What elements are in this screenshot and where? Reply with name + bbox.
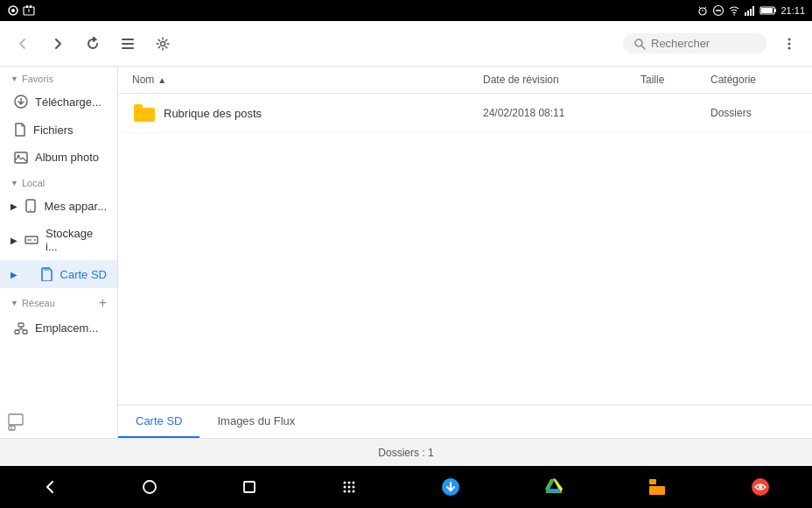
svg-rect-18 (774, 9, 776, 12)
add-network-button[interactable]: + (99, 295, 107, 311)
clock-icon (23, 4, 35, 17)
content-header: Nom ▲ Date de révision Taille Catégorie (118, 67, 812, 94)
svg-rect-42 (15, 330, 19, 334)
nav-download-app[interactable] (433, 469, 468, 504)
nav-recent-button[interactable] (234, 471, 265, 503)
sidebar-item-fichiers[interactable]: Fichiers (0, 116, 117, 144)
storage-icon (24, 234, 38, 246)
svg-line-25 (641, 46, 645, 49)
search-input[interactable] (651, 37, 756, 50)
nav-vpn-app[interactable] (743, 469, 778, 504)
svg-rect-21 (122, 43, 134, 45)
sort-arrow: ▲ (158, 75, 166, 85)
status-text: Dossiers : 1 (378, 447, 433, 459)
svg-rect-19 (761, 8, 773, 13)
svg-point-53 (348, 482, 351, 484)
svg-point-59 (348, 490, 351, 493)
wifi-icon (728, 4, 740, 17)
svg-rect-4 (30, 5, 32, 8)
svg-point-36 (34, 239, 36, 241)
tab-carte-sd[interactable]: Carte SD (118, 406, 200, 438)
svg-rect-20 (122, 39, 134, 40)
local-label: Local (22, 178, 45, 188)
file-date: 24/02/2018 08:11 (483, 107, 640, 119)
sidebar-bottom-icon (7, 413, 24, 431)
file-category: Dossiers (710, 107, 798, 119)
search-icon (634, 38, 646, 50)
telechargements-label: Télécharge... (35, 95, 102, 109)
nav-apps-icon (340, 478, 358, 496)
col-cat-header: Catégorie (710, 74, 798, 86)
back-icon (15, 36, 31, 52)
sidebar-item-mes-appareils[interactable]: ▶ Mes appar... (0, 192, 117, 220)
svg-rect-13 (745, 12, 746, 16)
svg-point-56 (348, 486, 351, 489)
nav-home-button[interactable] (134, 471, 165, 503)
favorites-label: Favoris (22, 74, 53, 84)
sidebar-item-telechargements[interactable]: Télécharge... (0, 88, 117, 116)
svg-point-58 (344, 490, 346, 493)
svg-rect-31 (15, 152, 27, 163)
favorites-chevron: ▼ (10, 74, 18, 83)
col-size-header: Taille (640, 74, 710, 86)
notification-icon (7, 4, 19, 17)
status-bar-right: 21:11 (696, 4, 805, 17)
nav-recent-icon (241, 478, 258, 496)
svg-point-1 (11, 9, 15, 12)
nav-gdrive-app[interactable] (536, 469, 571, 504)
table-row[interactable]: Rubrique des posts 24/02/2018 08:11 Doss… (118, 94, 812, 133)
mes-appareils-chevron: ▶ (10, 201, 18, 211)
settings-button[interactable] (147, 28, 178, 60)
file-list: Rubrique des posts 24/02/2018 08:11 Doss… (118, 94, 812, 405)
content-tabs: Carte SDImages du Flux (118, 405, 812, 438)
svg-point-27 (788, 42, 791, 45)
file-icon (14, 123, 26, 137)
svg-rect-3 (26, 5, 28, 8)
svg-rect-15 (750, 9, 752, 16)
stockage-label: Stockage i... (46, 227, 107, 253)
album-photo-label: Album photo (35, 151, 99, 164)
forward-button[interactable] (42, 28, 74, 60)
carte-sd-label: Carte SD (60, 268, 107, 281)
folder-icon-container (132, 102, 157, 123)
svg-rect-43 (23, 330, 27, 334)
col-name-header[interactable]: Nom ▲ (132, 74, 483, 86)
emplacements-label: Emplacem... (35, 321, 98, 335)
svg-point-50 (144, 481, 156, 493)
nav-files-app[interactable] (640, 469, 675, 504)
settings-icon (155, 36, 171, 52)
svg-point-26 (788, 38, 791, 40)
folder-icon (134, 104, 155, 122)
svg-point-28 (788, 46, 791, 49)
tab-images-flux[interactable]: Images du Flux (200, 406, 312, 438)
nav-apps-button[interactable] (333, 471, 365, 503)
svg-point-60 (353, 490, 355, 493)
svg-rect-22 (122, 47, 134, 49)
alarm-icon (696, 4, 709, 17)
sidebar-item-carte-sd[interactable]: ▶ Carte SD (0, 260, 117, 288)
dnd-icon (712, 4, 724, 17)
nav-home-icon (141, 478, 158, 496)
android-nav (0, 466, 812, 508)
bottom-status: Dossiers : 1 (0, 438, 812, 466)
sidebar: ▼ Favoris Télécharge... Fichiers (0, 67, 118, 438)
sidebar-item-stockage-interne[interactable]: ▶ Stockage i... (0, 220, 117, 260)
reseau-section-header: ▼ Réseau + (0, 288, 117, 314)
vpn-icon (750, 476, 771, 497)
list-view-button[interactable] (112, 28, 144, 60)
forward-icon (50, 36, 66, 52)
more-icon (781, 36, 797, 52)
files-app-icon (647, 476, 668, 497)
sidebar-item-emplacements[interactable]: Emplacem... (0, 314, 117, 342)
nav-back-button[interactable] (34, 471, 66, 503)
status-bar: 21:11 (0, 0, 812, 21)
svg-line-9 (704, 7, 706, 9)
local-section-header: ▼ Local (0, 171, 117, 192)
list-view-icon (120, 36, 136, 52)
refresh-button[interactable] (77, 28, 108, 60)
more-button[interactable] (774, 28, 805, 60)
back-button[interactable] (7, 28, 38, 60)
svg-rect-41 (18, 323, 24, 327)
refresh-icon (85, 36, 101, 52)
sidebar-item-album-photo[interactable]: Album photo (0, 144, 117, 171)
